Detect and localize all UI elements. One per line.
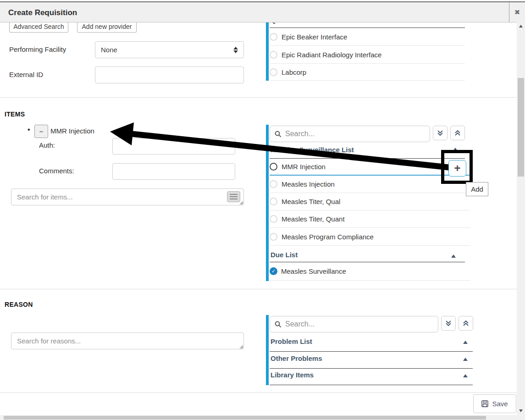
list-item[interactable]: Measles Program Compliance	[270, 228, 470, 246]
comments-field[interactable]	[112, 163, 235, 180]
list-item[interactable]: Epic Beaker Interface	[270, 28, 465, 46]
group-header-rule	[270, 368, 473, 369]
radio-icon	[270, 215, 277, 223]
list-item[interactable]: ✓ Measles Surveillance	[270, 262, 470, 281]
collapse-caret-icon[interactable]	[463, 358, 468, 361]
items-panel-accent-bar	[266, 125, 269, 281]
collapse-caret-icon[interactable]	[451, 254, 456, 258]
vertical-scrollbar-thumb[interactable]	[518, 78, 524, 177]
collapse-all-button[interactable]	[459, 316, 473, 331]
performing-facility-value: None	[101, 46, 117, 54]
radio-icon	[270, 51, 277, 59]
reason-section-header: REASON	[5, 301, 33, 308]
auth-field[interactable]	[112, 138, 235, 155]
minus-icon: −	[39, 127, 44, 135]
radio-icon	[270, 33, 277, 41]
reason-picker-panel: Search... Problem List Other Problems Li…	[266, 315, 473, 386]
list-item-label: Measles Surveillance	[281, 267, 346, 275]
search-icon	[275, 321, 282, 328]
dialog-title-bar: Create Requisition ✖	[0, 2, 525, 22]
list-item-label: Labcorp	[282, 68, 306, 76]
add-new-provider-label: Add new provider	[82, 23, 132, 30]
resize-grip-icon[interactable]	[239, 345, 243, 348]
list-item-label: Measles Injection	[282, 180, 335, 188]
chevron-double-up-icon	[462, 320, 470, 327]
external-id-field[interactable]	[95, 66, 244, 83]
items-panel-search-box[interactable]: Search...	[270, 126, 430, 142]
reason-search-input[interactable]	[11, 332, 244, 349]
select-updown-icon	[233, 47, 238, 53]
comments-label: Comments:	[39, 167, 74, 175]
list-item[interactable]: Measles Titer, Qual	[270, 193, 470, 210]
list-item[interactable]: Measles Injection	[270, 176, 470, 193]
chevron-double-down-icon	[437, 129, 444, 137]
group-header[interactable]: Due List	[271, 251, 298, 259]
list-item[interactable]: Measles Titer, Quant	[270, 210, 470, 228]
check-icon: ✓	[270, 267, 277, 275]
list-item-label: Measles Program Compliance	[282, 233, 374, 241]
collapse-caret-icon[interactable]	[463, 374, 468, 377]
section-divider	[0, 289, 517, 289]
resize-grip-icon[interactable]	[239, 201, 243, 204]
close-button[interactable]: ✖	[509, 2, 525, 22]
performing-facility-select[interactable]: None	[95, 41, 244, 58]
save-button[interactable]: Save	[473, 394, 516, 413]
vertical-scrollbar[interactable]	[517, 22, 525, 415]
list-item[interactable]: Epic Radiant Radiology Interface	[270, 46, 465, 64]
expand-all-button[interactable]	[433, 126, 448, 140]
auth-label: Auth:	[39, 141, 55, 149]
group-header[interactable]: Other Problems	[271, 354, 322, 362]
selected-item-name: MMR Injection	[50, 127, 94, 135]
close-icon: ✖	[514, 8, 520, 17]
items-search-box	[11, 188, 244, 205]
items-search-input[interactable]	[11, 188, 244, 205]
collapse-caret-icon[interactable]	[463, 341, 468, 344]
save-label: Save	[492, 400, 508, 408]
group-header[interactable]: Problem List	[271, 337, 312, 345]
remove-item-button[interactable]: −	[34, 125, 48, 138]
search-icon	[275, 131, 282, 138]
radio-icon	[270, 68, 277, 76]
scroll-up-icon[interactable]	[519, 25, 523, 28]
items-section-header: ITEMS	[5, 111, 25, 118]
chevron-double-down-icon	[445, 320, 452, 327]
group-header[interactable]: Library Items	[271, 371, 314, 379]
scroll-down-icon[interactable]	[519, 409, 523, 412]
page-title: Create Requisition	[8, 8, 77, 17]
list-item-label: Measles Titer, Qual	[282, 198, 340, 205]
expand-all-button[interactable]	[441, 316, 456, 331]
item-list-picker-icon[interactable]	[227, 191, 240, 202]
annotation-highlight-box	[441, 150, 473, 184]
reason-search-box	[11, 332, 244, 349]
group-header[interactable]: Measles Surveillance List	[271, 146, 354, 154]
list-item-label: MMR Injection	[282, 163, 326, 171]
horizontal-scrollbar-thumb[interactable]	[4, 416, 486, 420]
radio-icon	[270, 180, 277, 188]
reason-panel-search-box[interactable]: Search...	[270, 316, 438, 332]
list-item[interactable]: Labcorp	[270, 64, 465, 81]
horizontal-scrollbar[interactable]	[0, 415, 525, 420]
search-placeholder: Search...	[285, 320, 315, 328]
items-picker-panel: Search... Measles Surveillance List MMR …	[266, 125, 470, 283]
advanced-search-label: Advanced Search	[13, 23, 64, 30]
group-header-rule	[270, 351, 473, 352]
performing-facility-label: Performing Facility	[9, 45, 66, 53]
section-divider	[0, 97, 517, 98]
list-item[interactable]: MMR Injection	[270, 159, 470, 176]
list-item-label: Epic Radiant Radiology Interface	[282, 51, 381, 59]
external-id-label: External ID	[9, 71, 43, 78]
create-requisition-dialog: Create Requisition ✖ Advanced Search Add…	[0, 0, 525, 420]
search-placeholder: Search...	[285, 130, 315, 138]
quick-list-panel: Quick List Epic Beaker Interface Epic Ra…	[266, 22, 470, 82]
chevron-double-up-icon	[454, 129, 461, 137]
radio-active-icon	[270, 163, 277, 171]
list-item-label: Measles Titer, Quant	[282, 215, 345, 223]
footer-divider	[0, 392, 517, 393]
radio-icon	[270, 198, 277, 205]
list-item-label: Epic Beaker Interface	[282, 33, 347, 41]
bullet-icon: •	[28, 126, 30, 134]
collapse-all-button[interactable]	[450, 126, 465, 140]
add-tooltip: Add	[466, 182, 488, 196]
radio-icon	[270, 233, 277, 241]
quick-list-accent-bar	[266, 22, 269, 81]
